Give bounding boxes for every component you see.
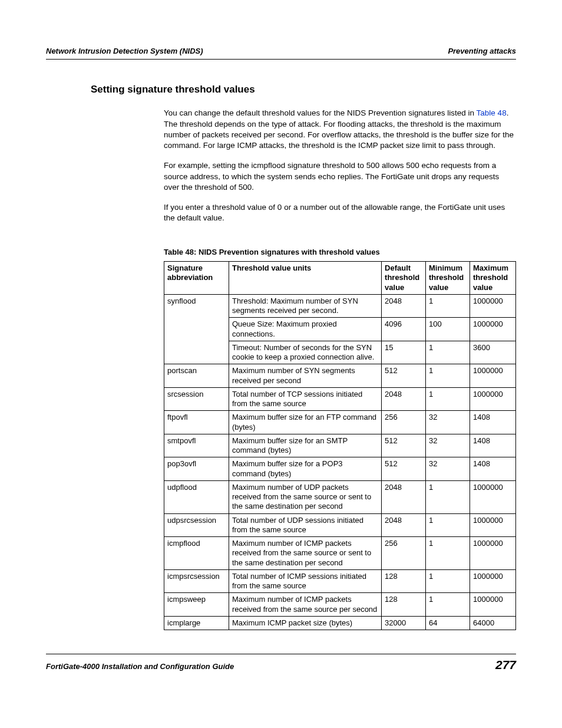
cell-def: 15 [382,341,426,364]
cell-units: Maximum number of ICMP packets received … [229,537,381,570]
cell-abbrev: ftpovfl [164,411,229,434]
table-row: pop3ovfl Maximum buffer size for a POP3 … [164,457,516,481]
cell-units: Total number of UDP sessions initiated f… [229,513,381,537]
cell-units: Maximum buffer size for an SMTP command … [229,434,381,457]
table-48-link[interactable]: Table 48 [477,108,507,117]
cell-abbrev: udpsrcsession [164,513,229,537]
cell-abbrev: synflood [164,294,229,364]
cell-def: 2048 [382,480,426,513]
cell-min: 1 [426,480,470,513]
cell-units: Threshold: Maximum number of SYN segment… [229,294,381,318]
table-row: icmplarge Maximum ICMP packet size (byte… [164,616,516,630]
cell-max: 1000000 [470,569,516,593]
cell-units: Total number of ICMP sessions initiated … [229,569,381,593]
cell-def: 512 [382,457,426,481]
table-row: icmpsweep Maximum number of ICMP packets… [164,593,516,617]
cell-def: 512 [382,364,426,388]
table-row: synflood Threshold: Maximum number of SY… [164,294,516,318]
cell-max: 1408 [470,434,516,457]
cell-abbrev: portscan [164,364,229,388]
cell-units: Timeout: Number of seconds for the SYN c… [229,341,381,364]
paragraph-3: If you enter a threshold value of 0 or a… [164,202,516,223]
cell-max: 1000000 [470,318,516,341]
cell-max: 1000000 [470,593,516,617]
cell-abbrev: icmpsrcsession [164,569,229,593]
table-row: smtpovfl Maximum buffer size for an SMTP… [164,434,516,457]
cell-def: 4096 [382,318,426,341]
th-abbrev: Signature abbreviation [164,262,229,295]
cell-def: 256 [382,411,426,434]
table-row: udpflood Maximum number of UDP packets r… [164,480,516,513]
table-row: portscan Maximum number of SYN segments … [164,364,516,388]
cell-units: Maximum number of UDP packets received f… [229,480,381,513]
table-row: icmpflood Maximum number of ICMP packets… [164,537,516,570]
cell-abbrev: icmpsweep [164,593,229,617]
cell-min: 1 [426,341,470,364]
cell-def: 256 [382,537,426,570]
footer-left: FortiGate-4000 Installation and Configur… [46,661,234,672]
paragraph-1: You can change the default threshold val… [164,108,516,151]
th-max: Maximum threshold value [470,262,516,295]
cell-abbrev: icmplarge [164,616,229,630]
cell-min: 1 [426,294,470,318]
cell-max: 1000000 [470,537,516,570]
cell-units: Maximum number of SYN segments received … [229,364,381,388]
table-row: srcsession Total number of TCP sessions … [164,387,516,411]
cell-min: 100 [426,318,470,341]
footer-rule [46,654,516,654]
body-content: You can change the default threshold val… [164,108,516,630]
cell-max: 1408 [470,457,516,481]
section-title: Setting signature threshold values [91,83,516,97]
table-body: synflood Threshold: Maximum number of SY… [164,294,516,630]
cell-max: 1000000 [470,294,516,318]
cell-min: 1 [426,593,470,617]
cell-min: 1 [426,387,470,411]
table-caption: Table 48: NIDS Prevention signatures wit… [164,247,516,258]
cell-abbrev: udpflood [164,480,229,513]
cell-max: 1000000 [470,364,516,388]
cell-min: 64 [426,616,470,630]
cell-def: 128 [382,569,426,593]
table-header-row: Signature abbreviation Threshold value u… [164,262,516,295]
p1-text-a: You can change the default threshold val… [164,108,477,117]
cell-max: 1000000 [470,387,516,411]
cell-abbrev: pop3ovfl [164,457,229,481]
cell-min: 32 [426,434,470,457]
table-row: ftpovfl Maximum buffer size for an FTP c… [164,411,516,434]
cell-def: 2048 [382,513,426,537]
cell-max: 3600 [470,341,516,364]
cell-abbrev: smtpovfl [164,434,229,457]
cell-min: 1 [426,513,470,537]
th-units: Threshold value units [229,262,381,295]
paragraph-2: For example, setting the icmpflood signa… [164,160,516,193]
page-number: 277 [495,657,516,673]
cell-units: Maximum buffer size for an FTP command (… [229,411,381,434]
th-min: Minimum threshold value [426,262,470,295]
cell-units: Total number of TCP sessions initiated f… [229,387,381,411]
cell-def: 2048 [382,294,426,318]
cell-min: 1 [426,569,470,593]
cell-abbrev: icmpflood [164,537,229,570]
header-right: Preventing attacks [448,46,516,57]
cell-min: 32 [426,411,470,434]
page-header: Network Intrusion Detection System (NIDS… [46,46,516,59]
cell-abbrev: srcsession [164,387,229,411]
cell-units: Maximum ICMP packet size (bytes) [229,616,381,630]
cell-min: 32 [426,457,470,481]
cell-units: Queue Size: Maximum proxied connections. [229,318,381,341]
cell-min: 1 [426,537,470,570]
cell-def: 128 [382,593,426,617]
header-rule [46,59,516,60]
table-row: icmpsrcsession Total number of ICMP sess… [164,569,516,593]
page-footer: FortiGate-4000 Installation and Configur… [46,657,516,673]
header-left: Network Intrusion Detection System (NIDS… [46,46,203,57]
cell-max: 64000 [470,616,516,630]
cell-max: 1000000 [470,480,516,513]
th-default: Default threshold value [382,262,426,295]
cell-def: 32000 [382,616,426,630]
table-row: udpsrcsession Total number of UDP sessio… [164,513,516,537]
cell-max: 1000000 [470,513,516,537]
cell-def: 2048 [382,387,426,411]
cell-min: 1 [426,364,470,388]
cell-units: Maximum number of ICMP packets received … [229,593,381,617]
